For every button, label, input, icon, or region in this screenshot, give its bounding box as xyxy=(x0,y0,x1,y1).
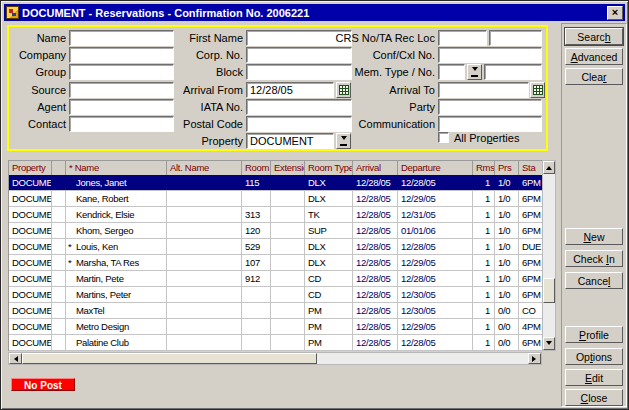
window-title: DOCUMENT - Reservations - Confirmation N… xyxy=(22,7,607,19)
column-header[interactable]: Sta xyxy=(519,161,543,176)
cell-arrival: 12/28/05 xyxy=(353,335,398,350)
cell-alt_name xyxy=(167,175,242,190)
column-header[interactable]: Alt. Name xyxy=(167,161,242,176)
scroll-right-icon[interactable] xyxy=(528,353,541,364)
source-label: Source xyxy=(9,84,66,96)
column-header[interactable] xyxy=(52,161,66,176)
scroll-up-icon[interactable] xyxy=(543,161,555,174)
column-header[interactable]: Departure xyxy=(398,161,473,176)
cell-extension xyxy=(271,175,305,190)
table-header: Property* NameAlt. NameRoomExtensionRoom… xyxy=(8,160,543,175)
arrival-to-field[interactable] xyxy=(438,82,529,98)
cell-prs: 1/0 xyxy=(495,271,519,286)
conf-cxl-no-field[interactable] xyxy=(438,47,542,63)
scroll-left-icon[interactable] xyxy=(9,353,22,364)
mem-type-dropdown-button[interactable] xyxy=(467,64,482,80)
horizontal-scroll-thumb[interactable] xyxy=(22,353,317,364)
column-header[interactable]: Property xyxy=(9,161,52,176)
profile-button[interactable]: Profile xyxy=(565,326,623,343)
party-label: Party xyxy=(321,101,435,113)
guest-name: Metro Design xyxy=(76,321,129,332)
cell-name: Palatine Club xyxy=(66,335,167,350)
crs-no-field[interactable] xyxy=(438,30,487,46)
cell-property: DOCUME xyxy=(9,239,52,254)
column-header[interactable]: Extension xyxy=(271,161,305,176)
cell-prs: 1/0 xyxy=(495,287,519,302)
cell-room_type: DLX xyxy=(305,191,353,206)
all-properties-checkbox[interactable] xyxy=(438,132,449,143)
cell-extension xyxy=(271,223,305,238)
cell-extension xyxy=(271,287,305,302)
cell-departure: 12/28/05 xyxy=(398,175,473,190)
vertical-scrollbar[interactable] xyxy=(542,160,556,351)
table-row[interactable]: DOCUME*Louis, Ken529DLX12/28/0512/28/051… xyxy=(9,239,543,255)
guest-name: Louis, Ken xyxy=(76,241,118,252)
cell-name: Jones, Janet xyxy=(66,175,167,190)
table-row[interactable]: DOCUMEKhom, Sergeo120SUP12/28/0501/01/06… xyxy=(9,223,543,239)
table-row[interactable]: DOCUMEMetro DesignPM12/28/0512/29/0510/0… xyxy=(9,319,543,335)
cell-departure: 12/29/05 xyxy=(398,255,473,270)
column-header[interactable]: Arrival xyxy=(353,161,398,176)
communication-field[interactable] xyxy=(438,116,542,132)
check-in-button[interactable]: Check In xyxy=(565,250,623,267)
cell-name: Kendrick, Elsie xyxy=(66,207,167,222)
cell-departure: 12/30/05 xyxy=(398,303,473,318)
close-icon[interactable]: × xyxy=(607,6,623,20)
cell-room: 115 xyxy=(242,175,271,190)
cell-property: DOCUME xyxy=(9,303,52,318)
column-header[interactable]: Prs xyxy=(495,161,519,176)
new-button[interactable]: New xyxy=(565,228,623,245)
mem-no-field[interactable] xyxy=(484,64,542,80)
column-header[interactable]: Rms xyxy=(473,161,495,176)
cell-property: DOCUME xyxy=(9,335,52,350)
cell-name: MaxTel xyxy=(66,303,167,318)
search-button[interactable]: Search xyxy=(565,28,623,45)
column-header[interactable]: * Name xyxy=(66,161,167,176)
column-header[interactable]: Room Type xyxy=(305,161,353,176)
ta-rec-loc-field[interactable] xyxy=(489,30,542,46)
vertical-scroll-thumb[interactable] xyxy=(543,278,555,303)
block-label: Block xyxy=(151,66,243,78)
cell-alt_name xyxy=(167,239,242,254)
cell-prs: 0/0 xyxy=(495,303,519,318)
horizontal-scrollbar[interactable] xyxy=(8,352,542,365)
scroll-down-icon[interactable] xyxy=(543,337,555,350)
dropdown-icon xyxy=(472,67,478,74)
clear-button[interactable]: Clear xyxy=(565,68,623,85)
arrival-to-calendar-button[interactable] xyxy=(530,82,545,98)
table-row[interactable]: DOCUME*Marsha, TA Res107DLX12/28/0512/29… xyxy=(9,255,543,271)
cell-arrival: 12/28/05 xyxy=(353,207,398,222)
column-header[interactable]: Room xyxy=(242,161,271,176)
cell-property: DOCUME xyxy=(9,271,52,286)
table-row[interactable]: DOCUMEKendrick, Elsie313TK12/28/0512/31/… xyxy=(9,207,543,223)
party-field[interactable] xyxy=(438,99,542,115)
property-field[interactable] xyxy=(246,133,334,149)
table-row[interactable]: DOCUMEMartin, Pete912CD12/28/0512/28/051… xyxy=(9,271,543,287)
table-row[interactable]: DOCUMEPalatine ClubPM12/28/0512/28/0510/… xyxy=(9,335,543,351)
cell-prs: 1/0 xyxy=(495,175,519,190)
cell-extension xyxy=(271,239,305,254)
cancel-button[interactable]: Cancel xyxy=(565,272,623,289)
mem-type-field[interactable] xyxy=(438,64,465,80)
cell-room_type: DLX xyxy=(305,175,353,190)
cell-alt_name xyxy=(167,207,242,222)
table-row[interactable]: DOCUMEMartins, PeterCD12/28/0512/30/0511… xyxy=(9,287,543,303)
close-button[interactable]: Close xyxy=(565,389,623,406)
options-button[interactable]: Options xyxy=(565,348,623,365)
advanced-button[interactable]: Advanced xyxy=(565,48,623,65)
cell-departure: 12/28/05 xyxy=(398,335,473,350)
cell-property: DOCUME xyxy=(9,191,52,206)
postal-code-label: Postal Code xyxy=(151,118,243,130)
table-row[interactable]: DOCUMEJones, Janet115DLX12/28/0512/28/05… xyxy=(9,175,543,191)
table-row[interactable]: DOCUMEKane, RobertDLX12/28/0512/29/0511/… xyxy=(9,191,543,207)
row-flag-marker: * xyxy=(68,241,76,252)
cell-arrival: 12/28/05 xyxy=(353,271,398,286)
cell-room: 120 xyxy=(242,223,271,238)
table-row[interactable]: DOCUMEMaxTelPM12/28/0512/30/0510/0CO xyxy=(9,303,543,319)
cell-prs: 1/0 xyxy=(495,223,519,238)
cell-name: Khom, Sergeo xyxy=(66,223,167,238)
edit-button[interactable]: Edit xyxy=(565,369,623,386)
guest-name: Kendrick, Elsie xyxy=(76,209,134,220)
property-dropdown-button[interactable] xyxy=(336,133,351,149)
cell-arrival: 12/28/05 xyxy=(353,191,398,206)
